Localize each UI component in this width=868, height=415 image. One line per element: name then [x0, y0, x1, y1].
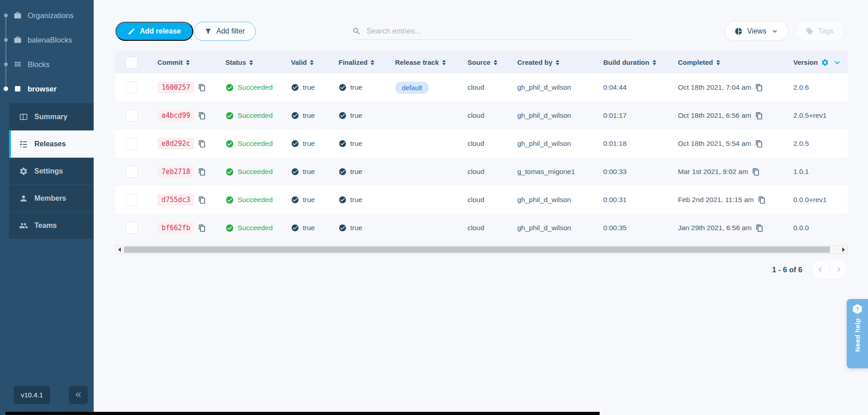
copy-icon[interactable]: [198, 140, 206, 148]
valid-cell: true: [291, 111, 315, 120]
row-checkbox[interactable]: [126, 166, 138, 178]
table-row[interactable]: e8d292c Succeeded true true cloud gh_phi…: [115, 130, 848, 158]
column-header-status[interactable]: Status: [217, 58, 283, 66]
sort-icon[interactable]: [653, 60, 656, 65]
release-track-chip[interactable]: default: [395, 82, 429, 94]
sidebar-item-balenablocks[interactable]: balenaBlocks: [0, 28, 94, 52]
row-checkbox[interactable]: [126, 82, 138, 93]
column-header-release-track[interactable]: Release track: [387, 58, 459, 66]
copy-icon[interactable]: [198, 112, 206, 120]
table-row[interactable]: 1600257 Succeeded true true default clou…: [115, 73, 848, 101]
sort-icon[interactable]: [442, 60, 446, 65]
sort-icon[interactable]: [556, 60, 559, 65]
sort-icon[interactable]: [249, 60, 253, 65]
add-filter-button[interactable]: Add filter: [194, 22, 256, 41]
column-header-commit[interactable]: Commit: [149, 58, 217, 66]
source-cell: cloud: [459, 83, 509, 92]
copy-icon[interactable]: [755, 140, 763, 148]
commit-hash[interactable]: 7eb2718: [157, 166, 194, 178]
tags-button: Tags: [795, 21, 844, 41]
column-header-finalized[interactable]: Finalized: [330, 58, 387, 66]
main-content: Add release Add filter Views Tags Commit…: [94, 0, 868, 415]
check-circle-icon: [291, 224, 299, 232]
row-checkbox[interactable]: [126, 222, 138, 234]
row-checkbox[interactable]: [126, 110, 138, 121]
table-row[interactable]: 7eb2718 Succeeded true true cloud g_toma…: [115, 158, 848, 186]
finalized-cell: true: [339, 83, 362, 92]
column-expand-chevron-icon[interactable]: [832, 58, 842, 68]
sort-icon[interactable]: [371, 60, 374, 65]
build-duration-cell: 0:01:18: [595, 140, 670, 148]
completed-date: Mar 1st 2021, 9:02 am: [678, 168, 748, 176]
table-row[interactable]: a4bcd99 Succeeded true true cloud gh_phi…: [115, 101, 848, 130]
row-checkbox[interactable]: [126, 194, 138, 206]
commit-hash[interactable]: d755dc3: [157, 194, 194, 206]
sidebar-item-teams[interactable]: Teams: [9, 212, 94, 239]
source-cell: cloud: [459, 111, 509, 120]
commit-hash[interactable]: a4bcd99: [157, 110, 194, 121]
completed-date: Oct 18th 2021, 5:54 am: [678, 140, 751, 148]
sort-icon[interactable]: [310, 60, 314, 65]
valid-label: true: [303, 196, 315, 204]
column-header-build-duration[interactable]: Build duration: [595, 58, 670, 66]
pagination-range-label: 1 - 6 of 6: [772, 265, 802, 274]
sidebar-item-releases[interactable]: Releases: [9, 130, 94, 158]
copy-icon[interactable]: [756, 224, 763, 232]
search-input[interactable]: [367, 27, 611, 35]
column-header-completed[interactable]: Completed: [670, 58, 785, 66]
table-header-row: Commit Status Valid Finalized Release tr…: [115, 51, 848, 73]
commit-hash[interactable]: e8d292c: [157, 138, 194, 150]
copy-icon[interactable]: [755, 112, 763, 120]
commit-hash[interactable]: 1600257: [157, 82, 194, 93]
sidebar-collapse-button[interactable]: «: [69, 386, 88, 404]
copy-icon[interactable]: [755, 84, 763, 92]
sidebar-item-browser[interactable]: browser: [0, 77, 94, 101]
copy-icon[interactable]: [198, 84, 206, 92]
created-by-cell: gh_phil_d_wilson: [509, 140, 595, 148]
sidebar-item-organizations[interactable]: Organizations: [0, 3, 94, 28]
column-settings-gear-icon[interactable]: [821, 58, 829, 67]
sidebar-item-blocks[interactable]: Blocks: [0, 52, 94, 77]
copy-icon[interactable]: [198, 196, 206, 204]
row-checkbox[interactable]: [126, 138, 138, 150]
sort-icon[interactable]: [716, 60, 720, 65]
table-row[interactable]: d755dc3 Succeeded true true cloud gh_phi…: [115, 186, 848, 214]
copy-icon[interactable]: [198, 168, 206, 176]
status-label: Succeeded: [238, 196, 273, 204]
sidebar-item-summary[interactable]: Summary: [9, 103, 94, 130]
scrollbar-track[interactable]: [123, 246, 840, 254]
column-header-created-by[interactable]: Created by: [509, 58, 595, 66]
add-release-button[interactable]: Add release: [115, 22, 193, 41]
previous-page-button[interactable]: [812, 260, 830, 279]
column-header-version[interactable]: Version: [785, 58, 848, 68]
table-row[interactable]: bf662fb Succeeded true true cloud gh_phi…: [115, 214, 848, 242]
sidebar: Organizations balenaBlocks Blocks browse…: [0, 0, 94, 415]
sort-icon[interactable]: [186, 60, 190, 65]
scrollbar-thumb[interactable]: [124, 246, 830, 253]
scroll-left-button[interactable]: [116, 246, 123, 254]
copy-icon[interactable]: [752, 168, 760, 176]
column-header-source[interactable]: Source: [459, 58, 509, 66]
copy-icon[interactable]: [758, 196, 766, 204]
sidebar-item-members[interactable]: Members: [9, 185, 94, 212]
check-circle-icon: [339, 196, 347, 204]
need-help-tab[interactable]: ? Need help: [847, 299, 868, 368]
org-tree: Organizations balenaBlocks Blocks browse…: [0, 0, 94, 101]
copy-icon[interactable]: [198, 224, 206, 232]
scroll-right-button[interactable]: [840, 246, 847, 254]
commit-hash[interactable]: bf662fb: [157, 222, 194, 234]
select-all-checkbox[interactable]: [126, 57, 138, 68]
pie-chart-icon: [734, 27, 743, 35]
sort-icon[interactable]: [494, 60, 497, 65]
menu-item-label: Teams: [34, 222, 57, 230]
version-cell: 2.0.5: [785, 140, 848, 148]
views-button[interactable]: Views: [725, 21, 788, 41]
status-cell: Succeeded: [225, 224, 273, 232]
check-circle-icon: [291, 196, 299, 204]
need-help-label: Need help: [854, 318, 861, 352]
next-page-button[interactable]: [830, 260, 848, 279]
sidebar-item-settings[interactable]: Settings: [9, 158, 94, 185]
horizontal-scrollbar[interactable]: [115, 245, 848, 254]
column-header-valid[interactable]: Valid: [283, 58, 330, 66]
scroll-right-arrow-icon: [842, 247, 845, 252]
